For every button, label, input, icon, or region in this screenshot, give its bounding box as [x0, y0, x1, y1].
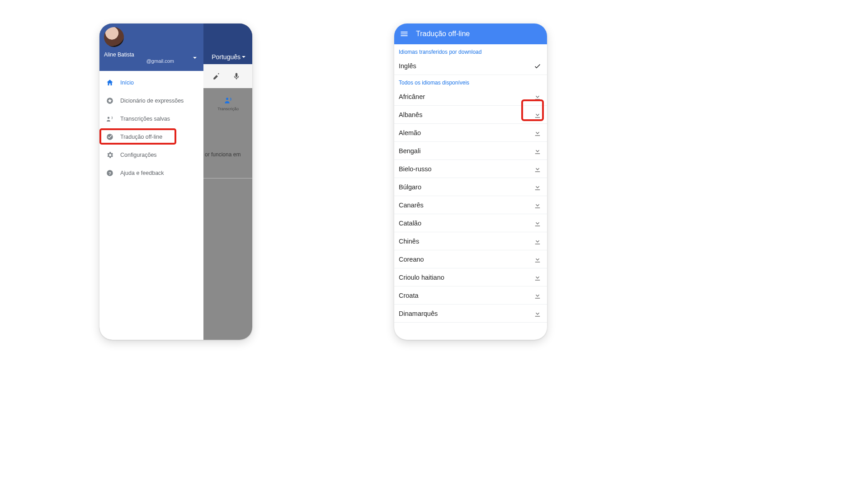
download-icon[interactable] [533, 237, 542, 245]
language-name: Africâner [399, 93, 425, 100]
menu-item-label: Início [120, 80, 134, 86]
menu-item-label: Configurações [120, 152, 157, 158]
menu-item-label: Dicionário de expressões [120, 98, 184, 104]
available-language-row[interactable]: Canarês [394, 196, 547, 214]
download-icon[interactable] [533, 111, 542, 119]
available-language-row[interactable]: Chinês [394, 232, 547, 250]
drawer-menu: InícioDicionário de expressõesTranscriçõ… [99, 71, 203, 182]
download-icon[interactable] [533, 93, 542, 101]
page-title: Tradução off-line [416, 30, 470, 38]
download-icon[interactable] [533, 165, 542, 173]
appbar: Tradução off-line [394, 23, 547, 44]
settings-icon [106, 151, 114, 159]
download-icon[interactable] [533, 147, 542, 155]
download-icon[interactable] [533, 219, 542, 227]
section-downloaded-header: Idiomas transferidos por download [394, 44, 547, 57]
transcription-label: Transcrição [217, 107, 239, 111]
check-icon [533, 62, 542, 70]
available-language-row[interactable]: Bengali [394, 142, 547, 160]
available-language-row[interactable]: Albanês [394, 106, 547, 124]
language-name: Chinês [399, 238, 419, 245]
caret-down-icon [241, 55, 246, 59]
star-icon [106, 97, 114, 105]
phone-right: Tradução off-line Idiomas transferidos p… [394, 23, 547, 340]
language-name: Bielo-russo [399, 165, 432, 173]
download-icon[interactable] [533, 273, 542, 282]
user-email: @gmail.com [104, 58, 199, 64]
target-language-selector[interactable]: Português [212, 53, 246, 61]
available-languages-list: AfricânerAlbanêsAlemãoBengaliBielo-russo… [394, 88, 547, 323]
menu-item-help[interactable]: Ajuda e feedback [99, 164, 203, 182]
available-language-row[interactable]: Africâner [394, 88, 547, 106]
handwriting-icon[interactable] [212, 72, 221, 80]
account-dropdown-icon[interactable] [193, 56, 197, 60]
language-name: Alemão [399, 129, 421, 136]
record-icon [106, 115, 114, 123]
language-name: Catalão [399, 220, 421, 227]
language-name: Búlgaro [399, 183, 421, 191]
language-name: Coreano [399, 256, 424, 263]
offline-icon [106, 133, 114, 141]
navigation-drawer: Aline Batista @gmail.com InícioDicionári… [99, 23, 203, 340]
menu-item-settings[interactable]: Configurações [99, 146, 203, 164]
language-name: Dinamarquês [399, 310, 438, 317]
available-language-row[interactable]: Catalão [394, 214, 547, 232]
available-language-row[interactable]: Coreano [394, 250, 547, 268]
section-available-header: Todos os idiomas disponíveis [394, 75, 547, 88]
available-language-row[interactable]: Dinamarquês [394, 305, 547, 323]
menu-item-label: Tradução off-line [120, 134, 162, 140]
menu-item-star[interactable]: Dicionário de expressões [99, 92, 203, 110]
download-icon[interactable] [533, 201, 542, 209]
hint-text-fragment: or funciona em [205, 151, 241, 158]
language-name: Crioulo haitiano [399, 274, 444, 281]
available-language-row[interactable]: Alemão [394, 124, 547, 142]
download-icon[interactable] [533, 291, 542, 300]
drawer-header[interactable]: Aline Batista @gmail.com [99, 23, 203, 71]
language-name: Bengali [399, 147, 420, 155]
menu-item-record[interactable]: Transcrições salvas [99, 110, 203, 128]
download-icon[interactable] [533, 310, 542, 318]
help-icon [106, 169, 114, 177]
svg-point-0 [226, 98, 228, 100]
transcription-mode[interactable]: Transcrição [217, 96, 239, 111]
download-icon[interactable] [533, 255, 542, 263]
available-language-row[interactable]: Croata [394, 286, 547, 305]
downloaded-languages-list: Inglês [394, 57, 547, 75]
menu-item-label: Ajuda e feedback [120, 170, 164, 176]
menu-item-home[interactable]: Início [99, 74, 203, 92]
user-name: Aline Batista [104, 52, 199, 58]
download-icon[interactable] [533, 129, 542, 137]
available-language-row[interactable]: Bielo-russo [394, 160, 547, 178]
avatar [104, 27, 124, 47]
available-language-row[interactable]: Crioulo haitiano [394, 268, 547, 286]
menu-item-offline[interactable]: Tradução off-line [99, 128, 203, 146]
language-name: Inglês [399, 62, 416, 70]
divider [203, 178, 252, 178]
voice-person-icon [224, 96, 233, 105]
download-icon[interactable] [533, 183, 542, 191]
microphone-icon[interactable] [232, 72, 241, 80]
downloaded-language-row[interactable]: Inglês [394, 57, 547, 75]
language-name: Croata [399, 292, 419, 299]
language-name: Canarês [399, 202, 424, 209]
target-language-label: Português [212, 53, 241, 61]
phone-left: Português Transcrição or funciona em Ali… [99, 23, 252, 340]
hamburger-icon[interactable] [400, 29, 409, 38]
home-icon [106, 79, 114, 87]
available-language-row[interactable]: Búlgaro [394, 178, 547, 196]
language-name: Albanês [399, 111, 422, 118]
menu-item-label: Transcrições salvas [120, 116, 170, 122]
